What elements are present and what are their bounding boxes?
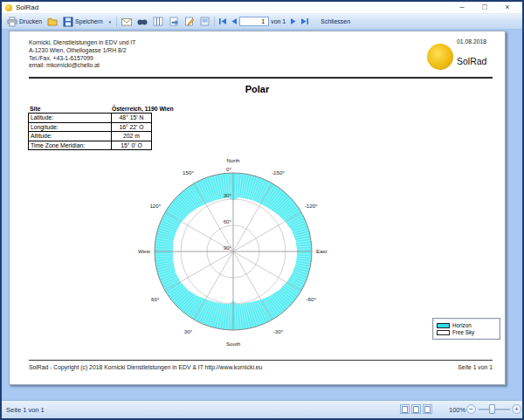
next-page-icon — [290, 17, 297, 26]
azimuth-label: 150° — [183, 169, 194, 176]
save-button[interactable]: Speichern — [60, 16, 106, 28]
maximize-button[interactable]: □ — [473, 2, 496, 13]
page-count-label: von 1 — [271, 18, 286, 24]
zoom-slider-handle[interactable] — [489, 404, 495, 414]
azimuth-label: -150° — [272, 169, 285, 176]
azimuth-label: West — [138, 248, 150, 254]
toolbar-separator — [214, 17, 215, 27]
site-table-header: SiteÖsterreich, 1190 Wien — [28, 105, 152, 113]
azimuth-label: -60° — [306, 296, 316, 302]
window-title: SolRad — [16, 3, 38, 11]
legend-swatch — [437, 323, 450, 328]
titlebar: SolRad – □ × — [2, 2, 522, 14]
elevation-tick-label: 60° — [224, 218, 232, 224]
legend-entry: Free Sky — [437, 329, 496, 335]
azimuth-label: South — [226, 341, 241, 347]
polar-chart: 0°30°60°90°North-150°-120°East-60°-30°So… — [102, 154, 382, 355]
previous-page-button[interactable] — [229, 17, 239, 27]
report-title: Polar — [10, 84, 505, 94]
site-table-header-label: Site — [28, 105, 112, 113]
report-logo-text: SolRad — [457, 56, 486, 66]
edit-page-button[interactable] — [182, 16, 197, 27]
toolbar: Drucken Speichern ▾ — [2, 14, 522, 30]
last-page-button[interactable] — [299, 17, 311, 27]
azimuth-label: -120° — [305, 203, 318, 209]
legend-swatch — [437, 330, 450, 335]
close-preview-button[interactable]: Schliessen — [316, 17, 355, 25]
view-mode-normal-button[interactable] — [400, 404, 410, 414]
folder-icon — [47, 17, 58, 27]
binoculars-icon — [137, 17, 148, 26]
previous-page-icon — [231, 17, 238, 26]
company-address-line: Tel./Fax. +43-1-6157099 — [29, 55, 135, 63]
legend-entry: Horizon — [437, 322, 496, 328]
toolbar-separator — [116, 17, 117, 27]
save-dropdown-button[interactable]: ▾ — [106, 18, 115, 25]
elevation-tick-label: 90° — [224, 244, 232, 251]
site-table-row: Time Zone Meridian:15° 0' O — [28, 141, 152, 151]
footer-rule — [29, 360, 493, 361]
page-setup-button[interactable] — [166, 16, 182, 27]
elevation-tick-label: 0° — [226, 166, 231, 172]
page-number-input[interactable] — [239, 17, 269, 26]
footer-copyright: SolRad - Copyright (c) 2018 Kornicki Die… — [29, 364, 262, 370]
view-mode-full-button[interactable] — [423, 404, 432, 414]
company-address-line: Kornicki, Dienstleistungen in EDV und IT — [29, 39, 135, 47]
azimuth-label: -30° — [273, 328, 284, 334]
report-date: 01.08.2018 — [457, 38, 486, 45]
company-address-line: A-1230 Wien, Othellogasse 1/RH 8/2 — [29, 47, 135, 55]
azimuth-label: 120° — [149, 203, 161, 209]
chart-legend: HorizonFree Sky — [432, 318, 500, 340]
save-icon — [63, 17, 73, 27]
site-table: SiteÖsterreich, 1190 WienLatitude:48° 15… — [28, 105, 152, 150]
zoom-percentage-label: 100% — [449, 406, 465, 414]
legend-label: Free Sky — [452, 329, 474, 335]
export-button[interactable] — [45, 16, 60, 28]
close-button[interactable]: × — [496, 2, 519, 13]
last-page-icon — [300, 17, 309, 26]
first-page-button[interactable] — [217, 17, 229, 27]
window-controls: – □ × — [451, 2, 519, 13]
report-page: Kornicki, Dienstleistungen in EDV und IT… — [9, 31, 506, 385]
email-button[interactable] — [119, 17, 134, 27]
company-address-block: Kornicki, Dienstleistungen in EDV und IT… — [29, 39, 135, 70]
columns-icon — [153, 17, 163, 26]
azimuth-label: 30° — [184, 328, 193, 334]
print-button[interactable]: Drucken — [4, 16, 45, 28]
save-label: Speichern — [75, 18, 103, 24]
preview-area[interactable]: Kornicki, Dienstleistungen in EDV und IT… — [2, 30, 522, 402]
azimuth-label: East — [316, 248, 328, 254]
thumbnails-button[interactable] — [197, 16, 212, 27]
find-button[interactable] — [134, 17, 150, 27]
app-window: SolRad – □ × Drucken Speichern ▾ — [0, 0, 524, 420]
legend-label: Horizon — [452, 322, 472, 328]
site-table-row-value: 15° 0' O — [112, 141, 152, 151]
first-page-icon — [218, 17, 227, 26]
azimuth-label: 60° — [151, 296, 160, 302]
zoom-out-button[interactable]: − — [466, 404, 476, 414]
header-rule — [29, 77, 493, 79]
app-sun-icon — [5, 4, 12, 11]
next-page-button[interactable] — [288, 17, 299, 27]
minimize-button[interactable]: – — [451, 2, 473, 13]
view-mode-layout-button[interactable] — [411, 404, 421, 414]
columns-button[interactable] — [150, 16, 166, 27]
status-page-label: Seite 1 von 1 — [6, 406, 45, 414]
printer-icon — [7, 17, 17, 27]
company-address-line: email: mkornicki@chello.at — [29, 62, 135, 70]
site-table-row-label: Time Zone Meridian: — [28, 141, 112, 151]
elevation-tick-label: 30° — [224, 192, 232, 198]
envelope-icon — [121, 17, 132, 26]
edit-pencil-icon — [184, 17, 195, 26]
chevron-down-icon: ▾ — [108, 19, 113, 24]
status-bar: Seite 1 von 1 100% − + — [2, 400, 522, 418]
site-table-header-value: Österreich, 1190 Wien — [112, 105, 152, 113]
azimuth-label: North — [226, 157, 240, 163]
zoom-in-button[interactable]: + — [512, 404, 521, 414]
page-arrow-icon — [169, 17, 179, 26]
print-label: Drucken — [19, 18, 42, 24]
view-mode-buttons — [400, 404, 432, 414]
thumbnail-icon — [200, 17, 210, 26]
close-preview-label: Schliessen — [321, 18, 350, 24]
footer-page-number: Seite 1 von 1 — [458, 364, 493, 370]
